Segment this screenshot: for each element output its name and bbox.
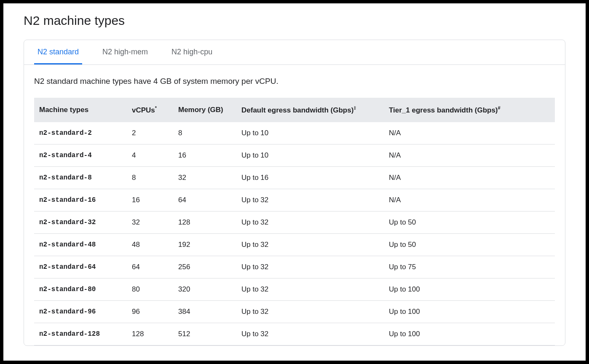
col-header-footnote: * <box>155 105 157 110</box>
machine-type-name: n2-standard-80 <box>34 278 127 300</box>
tier1-bandwidth-value: Up to 75 <box>384 256 555 278</box>
col-header-label: Tier_1 egress bandwidth (Gbps) <box>389 106 498 114</box>
memory-value: 256 <box>173 256 236 278</box>
vcpus-value: 128 <box>127 323 173 345</box>
machine-type-name: n2-standard-48 <box>34 233 127 256</box>
table-row: n2-standard-3232128Up to 32Up to 50 <box>34 211 555 233</box>
memory-value: 320 <box>173 278 236 300</box>
memory-value: 192 <box>173 233 236 256</box>
col-header-label: Memory (GB) <box>178 106 223 114</box>
vcpus-value: 96 <box>127 300 173 323</box>
machine-types-table: Machine typesvCPUs*Memory (GB)Default eg… <box>34 98 555 345</box>
page-title: N2 machine types <box>24 13 565 28</box>
machine-type-name: n2-standard-8 <box>34 166 127 189</box>
memory-value: 128 <box>173 211 236 233</box>
machine-type-name: n2-standard-128 <box>34 323 127 345</box>
tab-n2-high-mem[interactable]: N2 high-mem <box>99 40 151 64</box>
col-header-label: Default egress bandwidth (Gbps) <box>241 106 353 114</box>
table-body: n2-standard-228Up to 10N/An2-standard-44… <box>34 122 555 345</box>
tier1-bandwidth-value: Up to 100 <box>384 278 555 300</box>
default-bandwidth-value: Up to 10 <box>236 122 384 145</box>
memory-value: 384 <box>173 300 236 323</box>
default-bandwidth-value: Up to 32 <box>236 233 384 256</box>
tier1-bandwidth-value: N/A <box>384 122 555 145</box>
tier1-bandwidth-value: N/A <box>384 189 555 211</box>
col-header: Memory (GB) <box>173 98 236 122</box>
memory-value: 512 <box>173 323 236 345</box>
machine-type-name: n2-standard-4 <box>34 144 127 166</box>
table-row: n2-standard-128128512Up to 32Up to 100 <box>34 323 555 345</box>
default-bandwidth-value: Up to 32 <box>236 189 384 211</box>
machine-types-card: N2 standardN2 high-memN2 high-cpu N2 sta… <box>24 40 565 346</box>
table-row: n2-standard-6464256Up to 32Up to 75 <box>34 256 555 278</box>
tier1-bandwidth-value: Up to 100 <box>384 323 555 345</box>
col-header: Default egress bandwidth (Gbps)‡ <box>236 98 384 122</box>
memory-value: 32 <box>173 166 236 189</box>
default-bandwidth-value: Up to 32 <box>236 300 384 323</box>
tier1-bandwidth-value: N/A <box>384 144 555 166</box>
vcpus-value: 2 <box>127 122 173 145</box>
table-row: n2-standard-4848192Up to 32Up to 50 <box>34 233 555 256</box>
table-header-row: Machine typesvCPUs*Memory (GB)Default eg… <box>34 98 555 122</box>
col-header: Tier_1 egress bandwidth (Gbps)# <box>384 98 555 122</box>
machine-type-name: n2-standard-2 <box>34 122 127 145</box>
col-header: Machine types <box>34 98 127 122</box>
tier1-bandwidth-value: Up to 50 <box>384 233 555 256</box>
tier1-bandwidth-value: Up to 100 <box>384 300 555 323</box>
memory-value: 8 <box>173 122 236 145</box>
vcpus-value: 16 <box>127 189 173 211</box>
default-bandwidth-value: Up to 32 <box>236 256 384 278</box>
tier1-bandwidth-value: N/A <box>384 166 555 189</box>
vcpus-value: 8 <box>127 166 173 189</box>
table-row: n2-standard-228Up to 10N/A <box>34 122 555 145</box>
vcpus-value: 80 <box>127 278 173 300</box>
default-bandwidth-value: Up to 32 <box>236 323 384 345</box>
tier1-bandwidth-value: Up to 50 <box>384 211 555 233</box>
col-header-label: Machine types <box>39 106 88 114</box>
page-container: N2 machine types N2 standardN2 high-memN… <box>3 3 586 361</box>
col-header-footnote: ‡ <box>353 105 356 110</box>
default-bandwidth-value: Up to 32 <box>236 211 384 233</box>
machine-type-name: n2-standard-16 <box>34 189 127 211</box>
tab-n2-high-cpu[interactable]: N2 high-cpu <box>168 40 216 64</box>
tab-n2-standard[interactable]: N2 standard <box>34 40 82 64</box>
table-row: n2-standard-9696384Up to 32Up to 100 <box>34 300 555 323</box>
machine-type-name: n2-standard-64 <box>34 256 127 278</box>
vcpus-value: 4 <box>127 144 173 166</box>
tabs-bar: N2 standardN2 high-memN2 high-cpu <box>24 40 565 65</box>
vcpus-value: 32 <box>127 211 173 233</box>
memory-value: 64 <box>173 189 236 211</box>
vcpus-value: 64 <box>127 256 173 278</box>
table-row: n2-standard-4416Up to 10N/A <box>34 144 555 166</box>
memory-value: 16 <box>173 144 236 166</box>
table-row: n2-standard-161664Up to 32N/A <box>34 189 555 211</box>
default-bandwidth-value: Up to 32 <box>236 278 384 300</box>
tab-description: N2 standard machine types have 4 GB of s… <box>34 77 555 86</box>
col-header-label: vCPUs <box>132 106 155 114</box>
tab-content: N2 standard machine types have 4 GB of s… <box>24 65 565 345</box>
default-bandwidth-value: Up to 10 <box>236 144 384 166</box>
table-row: n2-standard-8832Up to 16N/A <box>34 166 555 189</box>
vcpus-value: 48 <box>127 233 173 256</box>
default-bandwidth-value: Up to 16 <box>236 166 384 189</box>
col-header-footnote: # <box>498 105 501 110</box>
col-header: vCPUs* <box>127 98 173 122</box>
machine-type-name: n2-standard-32 <box>34 211 127 233</box>
table-row: n2-standard-8080320Up to 32Up to 100 <box>34 278 555 300</box>
machine-type-name: n2-standard-96 <box>34 300 127 323</box>
